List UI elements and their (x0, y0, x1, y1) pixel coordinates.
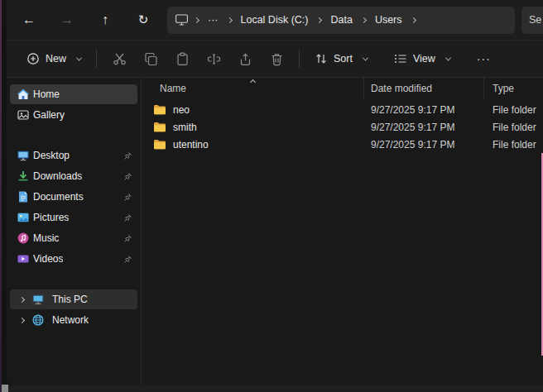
chevron-down-icon (445, 55, 451, 60)
view-button[interactable]: View (386, 46, 459, 71)
sort-icon (315, 52, 328, 65)
column-header-date-modified[interactable]: Date modified (363, 78, 483, 98)
trash-icon (270, 52, 284, 66)
chevron-right-icon[interactable] (194, 17, 199, 22)
file-type: File folder (483, 139, 543, 151)
sidebar-item-label: This PC (52, 294, 88, 305)
file-list-pane: Name Date modified Type neo (142, 78, 543, 385)
network-icon (31, 313, 45, 327)
sidebar: Home Gallery Desktop (7, 78, 142, 385)
sidebar-item-label: Documents (33, 191, 84, 203)
view-icon (394, 52, 407, 65)
sidebar-item-music[interactable]: Music (10, 228, 137, 248)
column-header-name[interactable]: Name (142, 78, 363, 98)
downloads-icon (17, 170, 30, 183)
chevron-down-icon (363, 55, 368, 60)
copy-icon (144, 52, 158, 66)
computer-icon (175, 14, 188, 26)
file-name: utentino (173, 139, 209, 151)
paste-button[interactable] (166, 45, 198, 73)
new-plus-icon (26, 52, 40, 65)
new-button-label: New (46, 53, 66, 65)
share-button[interactable] (229, 45, 261, 73)
sidebar-item-desktop[interactable]: Desktop (10, 146, 137, 165)
file-date-modified: 9/27/2025 9:17 PM (363, 122, 483, 133)
sidebar-item-label: Music (33, 232, 59, 244)
sidebar-item-gallery[interactable]: Gallery (10, 105, 137, 125)
column-headers: Name Date modified Type (142, 78, 543, 98)
file-date-modified: 9/27/2025 9:17 PM (363, 104, 483, 116)
music-icon (17, 232, 30, 245)
see-more-button[interactable]: ··· (467, 46, 501, 71)
sort-button-label: Sort (334, 53, 353, 65)
sidebar-item-label: Pictures (33, 212, 69, 223)
forward-button[interactable]: → (53, 6, 81, 34)
search-box[interactable]: Se (521, 7, 543, 34)
cut-icon (113, 52, 127, 66)
address-bar[interactable]: ··· Local Disk (C:) Data Users (167, 7, 515, 34)
rename-icon (207, 52, 221, 66)
sidebar-item-downloads[interactable]: Downloads (10, 166, 137, 186)
chevron-right-icon[interactable] (316, 17, 322, 22)
breadcrumb-item-users[interactable]: Users (369, 12, 408, 28)
breadcrumb-item-local-disk[interactable]: Local Disk (C:) (235, 12, 315, 28)
sidebar-item-label: Gallery (33, 109, 65, 121)
breadcrumb-item-data[interactable]: Data (324, 12, 358, 28)
sidebar-item-label: Downloads (33, 170, 82, 182)
pin-icon (123, 255, 132, 264)
up-button[interactable]: ↑ (91, 6, 119, 34)
column-header-type[interactable]: Type (483, 78, 543, 98)
folder-icon (153, 138, 166, 151)
toolbar-separator (299, 50, 300, 68)
cut-button[interactable] (103, 45, 135, 73)
videos-icon (17, 252, 30, 265)
share-icon (238, 52, 252, 66)
file-row-utentino[interactable]: utentino 9/27/2025 9:17 PM File folder (142, 136, 543, 153)
sidebar-item-this-pc[interactable]: This PC (10, 289, 137, 309)
sidebar-item-label: Videos (33, 253, 63, 265)
home-icon (17, 88, 30, 101)
sidebar-item-label: Network (52, 314, 89, 326)
toolbar-separator (96, 50, 97, 68)
chevron-right-icon[interactable] (19, 296, 25, 302)
paste-icon (175, 52, 190, 66)
copy-button[interactable] (135, 45, 166, 73)
navigation-bar: ← → ↑ ↻ ··· Local Disk (C:) Data Users S… (7, 0, 543, 40)
file-type: File folder (483, 104, 543, 116)
chevron-right-icon[interactable] (361, 17, 367, 22)
chevron-right-icon[interactable] (410, 17, 416, 22)
sort-button[interactable]: Sort (306, 46, 376, 71)
pin-icon (123, 193, 132, 202)
rename-button[interactable] (198, 45, 229, 73)
documents-icon (17, 190, 30, 203)
chevron-down-icon (76, 55, 82, 60)
file-row-smith[interactable]: smith 9/27/2025 9:17 PM File folder (142, 118, 543, 136)
delete-button[interactable] (261, 45, 292, 73)
chevron-right-icon[interactable] (226, 17, 232, 22)
pin-icon (123, 213, 132, 222)
folder-icon (153, 103, 166, 117)
sidebar-item-network[interactable]: Network (10, 310, 137, 330)
file-row-neo[interactable]: neo 9/27/2025 9:17 PM File folder (142, 101, 543, 118)
sidebar-item-documents[interactable]: Documents (10, 187, 137, 207)
desktop-edge-accent (0, 0, 2, 392)
search-text: Se (529, 14, 541, 26)
sidebar-item-label: Home (33, 88, 60, 100)
chevron-right-icon[interactable] (19, 317, 25, 323)
gallery-icon (17, 108, 30, 122)
file-name: neo (173, 104, 190, 116)
sidebar-item-videos[interactable]: Videos (10, 249, 137, 269)
file-rows: neo 9/27/2025 9:17 PM File folder smith … (142, 98, 543, 153)
column-header-label: Type (493, 83, 514, 94)
folder-icon (153, 121, 166, 134)
new-button[interactable]: New (18, 46, 89, 71)
pin-icon (123, 151, 132, 160)
file-type: File folder (483, 122, 543, 133)
back-button[interactable]: ← (15, 6, 43, 34)
sidebar-item-pictures[interactable]: Pictures (10, 208, 137, 227)
sidebar-item-home[interactable]: Home (10, 84, 137, 104)
refresh-button[interactable]: ↻ (129, 6, 157, 34)
sidebar-item-label: Desktop (33, 150, 70, 161)
breadcrumb-overflow-button[interactable]: ··· (202, 12, 224, 28)
pin-icon (123, 172, 132, 181)
